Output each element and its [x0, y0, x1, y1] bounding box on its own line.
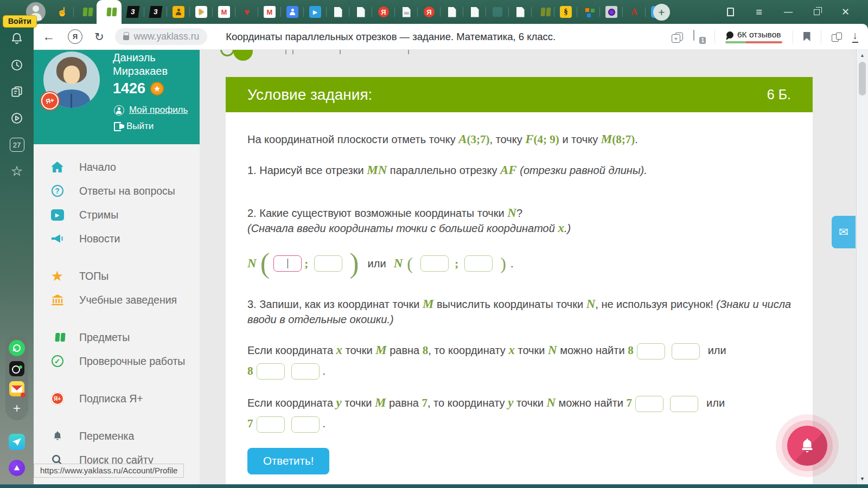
- or-word: или: [368, 256, 386, 271]
- history-clock-icon[interactable]: [10, 58, 24, 72]
- sidebar-item-ya-plus[interactable]: Я+Подписка Я+: [34, 387, 200, 410]
- y-sign-input-1[interactable]: [635, 396, 663, 412]
- favorites-star-icon[interactable]: ☆: [11, 164, 23, 177]
- video-play-icon[interactable]: [10, 111, 24, 125]
- y-number-input-1[interactable]: [670, 396, 698, 412]
- sidebar-item-label: Предметы: [79, 331, 130, 344]
- x-number-input-2[interactable]: [291, 363, 320, 380]
- math-var: M: [375, 343, 386, 357]
- tab-contacts[interactable]: [281, 0, 304, 24]
- x-sign-input-1[interactable]: [637, 343, 665, 359]
- duplicate-tab-icon[interactable]: [675, 33, 683, 41]
- tab-cursor[interactable]: ☝: [51, 0, 74, 24]
- tab-gmail[interactable]: M: [258, 0, 281, 24]
- reload-icon[interactable]: ↻: [94, 30, 104, 43]
- login-badge[interactable]: Войти: [3, 15, 37, 28]
- tab-document[interactable]: [509, 0, 532, 24]
- calendar-icon[interactable]: 27: [10, 138, 24, 152]
- sidebar-item-tests[interactable]: ✓Проверочные работы: [34, 349, 200, 373]
- sidebar-item-news[interactable]: Новости: [34, 227, 200, 251]
- scroll-up-arrow[interactable]: ▲: [857, 53, 868, 58]
- feedback-tab[interactable]: ✉: [832, 216, 856, 248]
- math-var: M: [601, 132, 612, 146]
- sidebar-item-tops[interactable]: ★ТОПы: [34, 264, 200, 288]
- scrollbar-thumb[interactable]: [859, 62, 866, 95]
- page-scrollbar[interactable]: ▲ ▼: [856, 50, 868, 484]
- books-icon: [50, 333, 65, 342]
- telegram-icon[interactable]: [9, 434, 25, 450]
- notifications-bell-icon[interactable]: [10, 31, 24, 46]
- yandex-mail-icon[interactable]: [9, 381, 24, 396]
- n2-y-input[interactable]: [464, 255, 493, 272]
- notification-bell-fab[interactable]: [776, 414, 839, 477]
- tab-document[interactable]: [441, 0, 463, 24]
- sidebar-item-streams[interactable]: ▶Стримы: [34, 203, 200, 227]
- yandex-icon: Я: [378, 7, 389, 17]
- task-question-3: 3. Запиши, как из координат точки M вычи…: [247, 297, 793, 327]
- new-tab-button[interactable]: +: [653, 4, 670, 21]
- tab-play-store[interactable]: [190, 0, 213, 24]
- task-header-title: Условие задания:: [247, 86, 372, 104]
- tab-document[interactable]: [463, 0, 486, 24]
- n1-y-input[interactable]: [314, 255, 342, 272]
- y-sign-input-2[interactable]: [257, 416, 285, 433]
- tab-document[interactable]: [327, 0, 349, 24]
- sidebar-item-peremena[interactable]: Переменка: [34, 424, 200, 448]
- camera-app-icon[interactable]: [9, 361, 24, 376]
- tab-mail-page[interactable]: [395, 0, 418, 24]
- tab-gmail[interactable]: M: [213, 0, 235, 24]
- add-app-icon[interactable]: +: [13, 401, 21, 415]
- tab-adobe[interactable]: A: [623, 0, 646, 24]
- tab-books-olive[interactable]: [532, 0, 554, 24]
- close-icon[interactable]: ✕: [841, 6, 850, 18]
- whatsapp-icon[interactable]: [9, 340, 25, 356]
- tab-camera[interactable]: [600, 0, 623, 24]
- answer-button[interactable]: Ответить!: [247, 448, 329, 474]
- reviews-button[interactable]: 6К отзывов: [725, 30, 782, 43]
- faded-square-icon: [493, 7, 502, 17]
- browser-menu-icon[interactable]: ≡: [756, 6, 762, 18]
- document-icon: [448, 7, 456, 17]
- notes-icon[interactable]: [10, 85, 24, 99]
- n2-x-input[interactable]: [420, 255, 449, 272]
- address-bar[interactable]: www.yaklass.ru: [115, 28, 208, 45]
- user-first-name: Даниэль: [113, 51, 168, 65]
- sidebar-panel-icon[interactable]: [727, 8, 734, 16]
- restore-window-icon[interactable]: [814, 9, 820, 15]
- y-number-input-2[interactable]: [291, 416, 320, 433]
- tab-video[interactable]: ▶: [304, 0, 327, 24]
- protect-shield-icon[interactable]: 1: [693, 31, 704, 43]
- sidebar-item-institutions[interactable]: Учебные заведения: [34, 288, 200, 312]
- document-icon: [357, 7, 365, 17]
- scroll-down-arrow[interactable]: ▼: [857, 476, 868, 481]
- yandex-services-icon[interactable]: Я: [68, 29, 82, 44]
- tab-paragraph[interactable]: §: [554, 0, 577, 24]
- x-number-input-1[interactable]: [672, 343, 700, 359]
- tab-books[interactable]: [74, 0, 97, 24]
- tab-color-squares[interactable]: [577, 0, 600, 24]
- sidebar-item-answers[interactable]: ?Ответы на вопросы: [34, 179, 200, 203]
- tab-classroom[interactable]: [167, 0, 190, 24]
- my-profile-link[interactable]: Мой профиль: [114, 105, 188, 115]
- alice-assistant-icon[interactable]: [9, 460, 25, 476]
- downloads-icon[interactable]: ↓: [852, 30, 859, 43]
- tab-yandex[interactable]: Я: [372, 0, 395, 24]
- x-sign-input-2[interactable]: [257, 363, 285, 380]
- sidebar-item-subjects[interactable]: Предметы: [34, 325, 200, 349]
- tab-inactive[interactable]: [486, 0, 509, 24]
- tab-heart[interactable]: ♥: [235, 0, 258, 24]
- minimize-icon[interactable]: —: [784, 7, 792, 17]
- bookmark-icon[interactable]: [803, 32, 810, 41]
- text-segment: точки: [513, 397, 546, 409]
- home-icon: [50, 161, 65, 173]
- tab-yandex[interactable]: Я: [418, 0, 441, 24]
- sidebar-item-home[interactable]: Начало: [34, 155, 200, 179]
- back-icon[interactable]: ←: [42, 29, 55, 44]
- tab-notes-3[interactable]: 3: [144, 0, 167, 24]
- tab-document[interactable]: [349, 0, 372, 24]
- collections-icon[interactable]: [832, 33, 842, 41]
- logout-link[interactable]: Выйти: [114, 121, 154, 132]
- sidebar-item-label: Новости: [79, 233, 120, 245]
- bell-icon: [50, 430, 65, 442]
- tab-notes-3[interactable]: 3: [122, 0, 144, 24]
